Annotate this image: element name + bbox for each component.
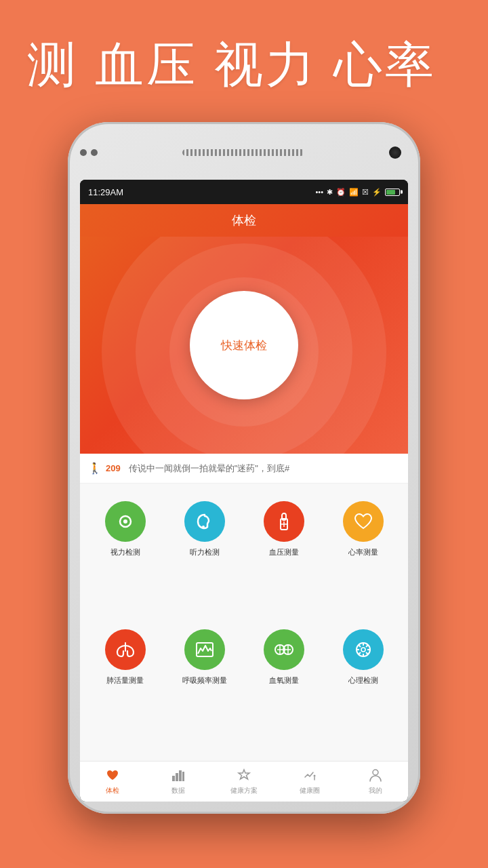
bluetooth-icon: ✱ [327, 188, 333, 197]
nav-health-plan[interactable]: 健康方案 [211, 762, 277, 802]
psychology-icon-circle [343, 629, 384, 670]
phone-top-bar [80, 132, 408, 173]
lung-label: 肺活量测量 [106, 675, 144, 686]
lightning-icon: ⚡ [372, 188, 382, 197]
main-area: 快速体检 [80, 237, 408, 454]
news-bar: 🚶 209 传说中一闻就倒一拍就晕的"迷药"，到底# [80, 454, 408, 484]
exam-label: 体检 [106, 786, 119, 795]
mine-label: 我的 [369, 786, 382, 795]
health-circle-icon [302, 768, 317, 785]
svg-rect-24 [172, 776, 175, 781]
hearing-icon-circle [184, 501, 225, 542]
bloodoxygen-label: 血氧测量 [269, 675, 299, 686]
svg-line-21 [366, 652, 368, 654]
nav-data[interactable]: 数据 [146, 762, 211, 802]
vision-icon-circle [105, 501, 146, 542]
svg-point-1 [123, 519, 127, 524]
feature-lung[interactable]: 肺活量测量 [85, 623, 165, 751]
svg-rect-27 [182, 772, 184, 781]
phone-sensors [80, 149, 98, 156]
feature-vision[interactable]: 视力检测 [85, 494, 165, 623]
walk-icon: 🚶 [88, 462, 102, 475]
svg-line-23 [359, 652, 361, 654]
battery-fill [386, 190, 395, 195]
nav-mine[interactable]: 我的 [342, 762, 408, 802]
feature-psychology[interactable]: 心理检测 [323, 623, 403, 751]
quick-exam-button[interactable]: 快速体检 [190, 291, 298, 399]
hearing-label: 听力检测 [190, 547, 220, 557]
svg-point-29 [373, 770, 378, 775]
sensor-dot-2 [91, 149, 98, 156]
svg-point-2 [202, 526, 205, 528]
svg-line-22 [366, 645, 368, 647]
feature-bloodoxygen[interactable]: 血氧测量 [244, 623, 323, 751]
dots-icon: ••• [315, 188, 323, 196]
bloodpressure-icon-circle [264, 501, 304, 542]
signal-icon: ☒ [362, 188, 369, 197]
data-icon [171, 768, 186, 785]
data-label: 数据 [171, 786, 185, 795]
breathing-label: 呼吸频率测量 [182, 675, 227, 686]
phone-camera [389, 146, 401, 159]
feature-hearing[interactable]: 听力检测 [165, 494, 244, 623]
alarm-icon: ⏰ [336, 188, 346, 197]
news-text: 传说中一闻就倒一拍就晕的"迷药"，到底# [129, 462, 289, 475]
svg-rect-26 [179, 770, 182, 781]
health-plan-label: 健康方案 [230, 786, 258, 795]
phone-shell: 11:29AM ••• ✱ ⏰ 📶 ☒ ⚡ 体检 [68, 122, 420, 814]
phone-mockup: 11:29AM ••• ✱ ⏰ 📶 ☒ ⚡ 体检 [68, 122, 420, 841]
app-header: 体检 [80, 204, 408, 237]
health-plan-icon [237, 768, 251, 785]
bottom-nav: 体检 数据 [80, 761, 408, 802]
battery-icon [385, 189, 400, 196]
status-bar: 11:29AM ••• ✱ ⏰ 📶 ☒ ⚡ [80, 180, 408, 204]
phone-screen: 11:29AM ••• ✱ ⏰ 📶 ☒ ⚡ 体检 [80, 180, 408, 802]
sensor-dot-1 [80, 149, 87, 156]
svg-point-28 [313, 775, 315, 777]
heartrate-label: 心率测量 [348, 547, 378, 557]
health-circle-label: 健康圈 [300, 786, 320, 795]
nav-exam[interactable]: 体检 [80, 762, 146, 802]
feature-bloodpressure[interactable]: 血压测量 [244, 494, 323, 623]
feature-grid: 视力检测 听力检测 [80, 484, 408, 761]
svg-point-15 [361, 648, 365, 652]
wifi-icon: 📶 [349, 188, 359, 197]
phone-speaker [182, 149, 304, 156]
psychology-label: 心理检测 [348, 675, 378, 686]
feature-breathing[interactable]: 呼吸频率测量 [165, 623, 244, 751]
quick-exam-label: 快速体检 [221, 338, 267, 353]
nav-health-circle[interactable]: 健康圈 [277, 762, 342, 802]
status-time: 11:29AM [88, 187, 123, 197]
mine-icon [368, 768, 383, 785]
exam-icon [105, 768, 120, 785]
feature-heartrate[interactable]: 心率测量 [323, 494, 403, 623]
breathing-icon-circle [184, 629, 225, 670]
step-count: 209 [106, 463, 121, 473]
bloodoxygen-icon-circle [264, 629, 304, 670]
lung-icon-circle [105, 629, 146, 670]
bloodpressure-label: 血压测量 [269, 547, 299, 557]
screen-content: 11:29AM ••• ✱ ⏰ 📶 ☒ ⚡ 体检 [80, 180, 408, 802]
heartrate-icon-circle [343, 501, 384, 542]
vision-label: 视力检测 [110, 547, 140, 557]
svg-line-20 [359, 645, 361, 647]
hero-title: 测 血压 视力 心率 [27, 33, 461, 98]
svg-rect-25 [176, 773, 178, 781]
status-icons: ••• ✱ ⏰ 📶 ☒ ⚡ [315, 188, 400, 197]
app-title: 体检 [232, 212, 256, 229]
